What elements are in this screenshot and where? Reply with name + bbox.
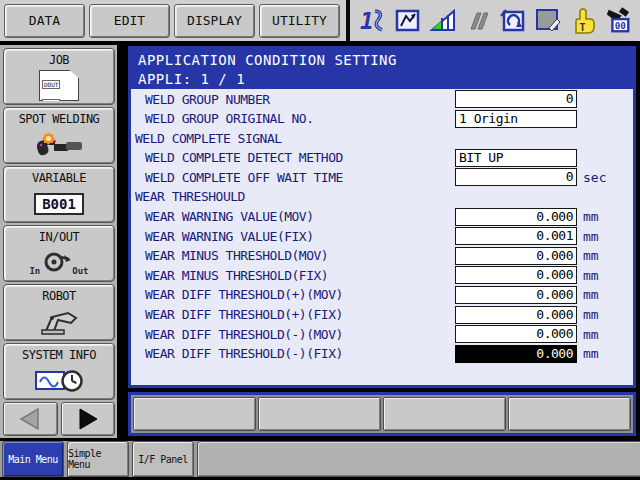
in-out-icon: In Out xyxy=(29,250,88,276)
sidebar-item-label: SYSTEM INFO xyxy=(22,348,96,362)
setting-row: WEAR MINUS THRESHOLD(FIX)0.000mm xyxy=(131,265,633,285)
setting-row: WEAR WARNING VALUE(FIX)0.001mm xyxy=(131,226,633,246)
setting-label: WELD GROUP ORIGINAL NO. xyxy=(145,111,314,126)
page-subtitle: APPLI: 1 / 1 xyxy=(138,70,626,88)
svg-text:00: 00 xyxy=(615,19,627,30)
tab-bar-filler xyxy=(197,441,640,477)
unit-label: sec xyxy=(583,170,606,185)
function-key-slot xyxy=(133,397,256,431)
setting-value-field[interactable]: 0.000 xyxy=(455,325,577,343)
page-jump-icon xyxy=(534,6,562,36)
menu-button-edit[interactable]: EDIT xyxy=(89,4,170,38)
sidebar-item-spot-welding[interactable]: SPOT WELDING xyxy=(3,107,115,164)
setting-value-field[interactable]: 1 Origin xyxy=(455,110,577,128)
unit-label: mm xyxy=(583,248,599,263)
sidebar-item-in-out[interactable]: IN/OUT In Out xyxy=(3,225,115,282)
sidebar-item-label: ROBOT xyxy=(42,289,76,303)
setting-value-field[interactable]: 0.000 xyxy=(455,306,577,324)
sidebar-pager xyxy=(3,402,115,436)
setting-row: WEAR DIFF THRESHOLD(+)(MOV)0.000mm xyxy=(131,285,633,305)
settings-list: WELD GROUP NUMBER0WELD GROUP ORIGINAL NO… xyxy=(131,89,633,363)
page-title: APPLICATION CONDITION SETTING xyxy=(138,51,626,70)
left-arrow-icon xyxy=(17,406,43,432)
setting-value-field[interactable]: 0.000 xyxy=(455,247,577,265)
unit-label: mm xyxy=(583,287,599,302)
tab-main-menu[interactable]: Main Menu xyxy=(2,441,64,477)
menu-button-utility[interactable]: UTILITY xyxy=(259,4,340,38)
sidebar-item-robot[interactable]: ROBOT xyxy=(3,284,115,341)
setting-label: WELD COMPLETE SIGNAL xyxy=(135,131,282,146)
unit-label: mm xyxy=(583,209,599,224)
setting-value-field[interactable]: 0 xyxy=(455,168,577,186)
setting-label: WEAR THRESHOULD xyxy=(135,189,245,204)
setting-label: WELD COMPLETE DETECT METHOD xyxy=(145,150,343,165)
right-arrow-icon xyxy=(75,406,101,432)
menu-button-display[interactable]: DISPLAY xyxy=(174,4,255,38)
menu-button-group: DATAEDITDISPLAYUTILITY xyxy=(0,4,340,38)
setting-label: WEAR DIFF THRESHOLD(-)(MOV) xyxy=(145,327,343,342)
setting-value-field-selected[interactable]: 0.000 xyxy=(455,345,577,363)
setting-label: WELD GROUP NUMBER xyxy=(145,92,270,107)
setting-label: WEAR DIFF THRESHOLD(+)(MOV) xyxy=(145,287,343,302)
sidebar-item-label: IN/OUT xyxy=(39,230,79,244)
setting-label: WEAR DIFF THRESHOLD(+)(FIX) xyxy=(145,307,343,322)
function-key-row xyxy=(128,392,636,436)
setting-label: WEAR WARNING VALUE(FIX) xyxy=(145,229,314,244)
page-prev-button[interactable] xyxy=(3,402,58,436)
top-menu-bar: DATAEDITDISPLAYUTILITY 1 T 00 xyxy=(0,0,640,41)
setting-value-field[interactable]: 0.000 xyxy=(455,208,577,226)
svg-text:T: T xyxy=(580,22,586,33)
tab-simple-menu[interactable]: Simple Menu xyxy=(67,441,129,477)
cycle-mode-icon xyxy=(499,6,527,36)
setting-row: WEAR DIFF THRESHOLD(-)(FIX)0.000mm xyxy=(131,344,633,364)
main-menu-sidebar: JOBDOUTMOVEENDSPOT WELDING VARIABLEB001I… xyxy=(0,45,117,438)
panel-header: APPLICATION CONDITION SETTING APPLI: 1 /… xyxy=(131,49,633,89)
tab-i-f-panel[interactable]: I/F Panel xyxy=(132,441,194,477)
setting-row: WELD COMPLETE OFF WAIT TIME0sec xyxy=(131,167,633,187)
sidebar-item-label: VARIABLE xyxy=(32,171,86,185)
setting-row: WEAR MINUS THRESHOLD(MOV)0.000mm xyxy=(131,246,633,266)
sidebar-item-label: JOB xyxy=(49,53,69,67)
touch-operation-icon: T xyxy=(569,6,597,36)
section-row: WELD COMPLETE SIGNAL xyxy=(131,128,633,148)
menu-button-data[interactable]: DATA xyxy=(4,4,85,38)
topbar-divider xyxy=(346,0,350,41)
unit-label: mm xyxy=(583,229,599,244)
setting-label: WEAR WARNING VALUE(MOV) xyxy=(145,209,314,224)
setting-label: WEAR MINUS THRESHOLD(MOV) xyxy=(145,248,328,263)
manual-speed-icon xyxy=(429,6,457,36)
unit-label: mm xyxy=(583,307,599,322)
variable-box-icon: B001 xyxy=(34,193,84,215)
setting-row: WEAR WARNING VALUE(MOV)0.000mm xyxy=(131,207,633,227)
svg-text:1: 1 xyxy=(360,8,374,34)
setting-row: WEAR DIFF THRESHOLD(-)(MOV)0.000mm xyxy=(131,324,633,344)
setting-row: WEAR DIFF THRESHOLD(+)(FIX)0.000mm xyxy=(131,305,633,325)
unit-label: mm xyxy=(583,346,599,361)
unit-label: mm xyxy=(583,268,599,283)
teach-pendant-screen: DATAEDITDISPLAYUTILITY 1 T 00 JOBDOUTMOV… xyxy=(0,0,640,480)
sidebar-item-variable[interactable]: VARIABLEB001 xyxy=(3,166,115,223)
coordinate-frame-icon xyxy=(394,6,422,36)
operation-mode-icon xyxy=(464,6,492,36)
setting-value-field[interactable]: 0 xyxy=(455,90,577,108)
setting-value-field[interactable]: 0.000 xyxy=(455,266,577,284)
status-icon-strip: 1 T 00 xyxy=(359,6,632,36)
spot-welding-gun-icon xyxy=(28,131,90,159)
control-group-icon: 1 xyxy=(359,6,387,36)
function-key-slot xyxy=(258,397,381,431)
sidebar-item-job[interactable]: JOBDOUTMOVEEND xyxy=(3,48,115,105)
page-next-button[interactable] xyxy=(61,402,116,436)
setting-value-field[interactable]: 0.001 xyxy=(455,227,577,245)
setting-value-field[interactable]: 0.000 xyxy=(455,286,577,304)
section-row: WEAR THRESHOULD xyxy=(131,187,633,207)
application-condition-panel: APPLICATION CONDITION SETTING APPLI: 1 /… xyxy=(128,46,636,388)
setting-label: WELD COMPLETE OFF WAIT TIME xyxy=(145,170,343,185)
job-document-icon: DOUTMOVEEND xyxy=(39,70,79,101)
setting-value-field[interactable]: BIT UP xyxy=(455,149,577,167)
setting-row: WELD COMPLETE DETECT METHODBIT UP xyxy=(131,148,633,168)
setting-label: WEAR MINUS THRESHOLD(FIX) xyxy=(145,268,328,283)
setting-label: WEAR DIFF THRESHOLD(-)(FIX) xyxy=(145,346,343,361)
function-key-slot xyxy=(508,397,631,431)
tool-number-icon: 00 xyxy=(604,6,632,36)
sidebar-item-system-info[interactable]: SYSTEM INFO xyxy=(3,343,115,400)
